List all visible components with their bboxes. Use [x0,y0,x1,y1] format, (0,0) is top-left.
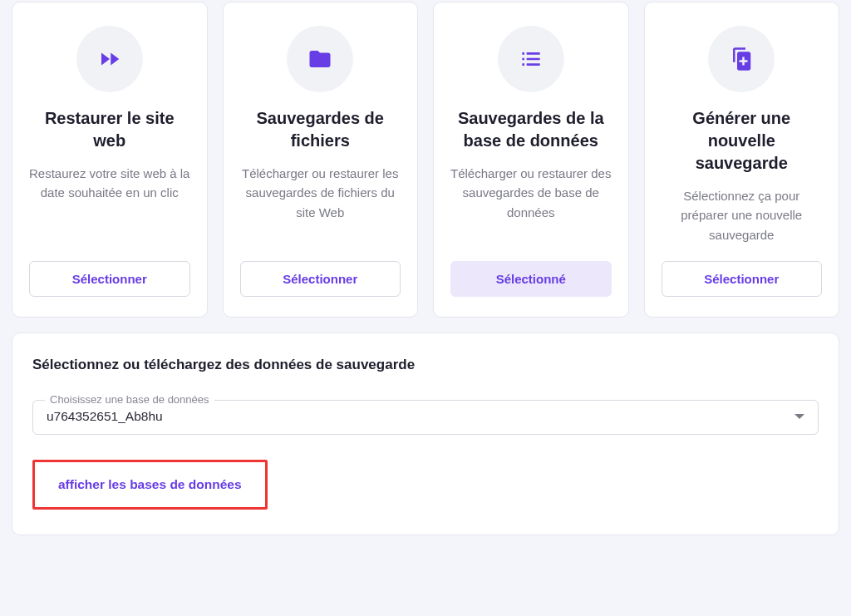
show-databases-button[interactable]: afficher les bases de données [38,466,262,504]
select-label: Choisissez une base de données [45,393,214,406]
select-button[interactable]: Sélectionner [29,261,190,297]
select-button[interactable]: Sélectionner [240,261,401,297]
card-description: Télécharger ou restaurer les sauvegardes… [240,164,401,222]
card-description: Télécharger ou restaurer des sauvegardes… [450,164,612,222]
card-restore-website: Restaurer le site web Restaurez votre si… [12,2,208,318]
card-description: Restaurez votre site web à la date souha… [29,164,190,203]
card-title: Générer une nouvelle sauvegarde [662,107,823,175]
chevron-down-icon [794,414,804,419]
folder-icon [287,26,353,92]
card-title: Restaurer le site web [29,107,190,152]
list-icon [498,26,564,92]
card-title: Sauvegardes de la base de données [450,107,612,152]
rewind-icon [76,26,143,92]
card-database-backups: Sauvegardes de la base de données Téléch… [433,2,629,318]
card-title: Sauvegardes de fichiers [240,107,401,152]
backup-data-panel: Sélectionnez ou téléchargez des données … [12,333,839,535]
select-button[interactable]: Sélectionné [450,261,612,297]
add-copy-icon [708,26,775,92]
select-value: u764352651_Ab8hu [47,409,163,424]
database-select[interactable]: Choisissez une base de données u76435265… [32,400,819,435]
highlight-box: afficher les bases de données [32,460,268,510]
card-generate-backup: Générer une nouvelle sauvegarde Sélectio… [644,2,840,318]
panel-title: Sélectionnez ou téléchargez des données … [32,357,819,373]
select-button[interactable]: Sélectionner [662,261,823,297]
card-description: Sélectionnez ça pour préparer une nouvel… [662,186,823,244]
card-file-backups: Sauvegardes de fichiers Télécharger ou r… [223,2,419,318]
